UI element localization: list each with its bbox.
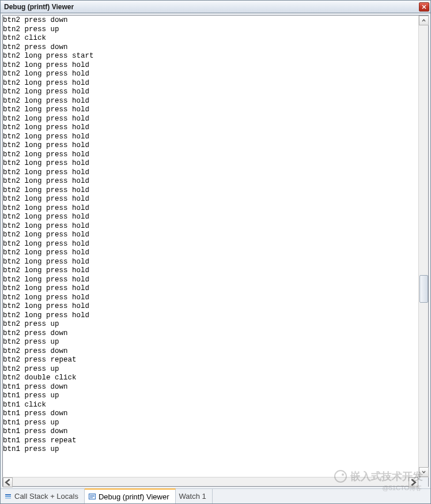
output-panel: btn2 press down btn2 press up btn2 click… (2, 15, 429, 477)
scroll-thumb[interactable] (419, 275, 428, 303)
close-icon (422, 5, 426, 9)
scrollbar-corner (418, 477, 428, 487)
output-text[interactable]: btn2 press down btn2 press up btn2 click… (3, 16, 418, 477)
vertical-scrollbar[interactable] (418, 16, 428, 477)
tab-label: Call Stack + Locals (14, 492, 78, 501)
tab-bar: Call Stack + Locals Debug (printf) Viewe… (1, 488, 430, 503)
svg-rect-0 (5, 494, 11, 495)
scroll-down-button[interactable] (419, 467, 429, 477)
tab-debug-printf-viewer[interactable]: Debug (printf) Viewer (85, 488, 176, 503)
stack-icon (4, 492, 12, 501)
chevron-down-icon (422, 470, 426, 474)
tab-label: Debug (printf) Viewer (99, 492, 169, 501)
printf-icon (88, 492, 96, 501)
titlebar[interactable]: Debug (printf) Viewer (1, 1, 430, 13)
window-frame: Debug (printf) Viewer btn2 press down bt… (0, 0, 431, 504)
tab-call-stack-locals[interactable]: Call Stack + Locals (1, 489, 85, 503)
scroll-right-button[interactable] (409, 477, 418, 487)
horizontal-scrollbar[interactable] (2, 477, 429, 487)
tab-watch-1[interactable]: Watch 1 (176, 489, 213, 503)
svg-rect-1 (5, 496, 11, 497)
scroll-up-button[interactable] (419, 16, 429, 25)
svg-rect-2 (5, 498, 11, 499)
tab-label: Watch 1 (179, 492, 206, 501)
content-frame: btn2 press down btn2 press up btn2 click… (1, 13, 430, 488)
chevron-left-icon (3, 478, 12, 487)
chevron-right-icon (409, 478, 418, 487)
window-title: Debug (printf) Viewer (4, 3, 419, 11)
scroll-left-button[interactable] (3, 477, 13, 487)
close-button[interactable] (419, 2, 429, 12)
chevron-up-icon (422, 18, 426, 22)
